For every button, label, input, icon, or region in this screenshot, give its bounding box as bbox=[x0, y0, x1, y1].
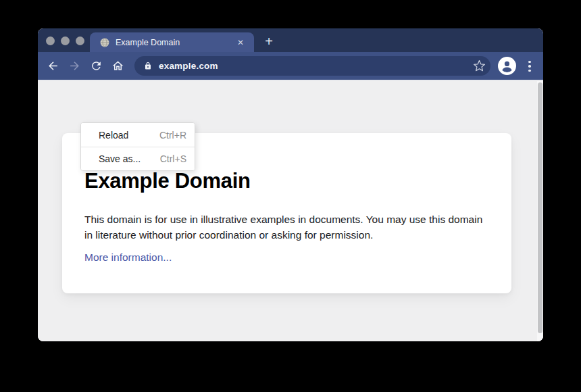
tab-strip: Example Domain ✕ + bbox=[38, 28, 543, 52]
bookmark-star-button[interactable] bbox=[472, 59, 486, 73]
menu-item-shortcut: Ctrl+S bbox=[160, 153, 186, 164]
menu-item-label: Reload bbox=[99, 130, 128, 141]
kebab-dot-icon bbox=[528, 70, 531, 72]
address-bar[interactable]: example.com bbox=[134, 56, 490, 76]
page-paragraph: This domain is for use in illustrative e… bbox=[84, 212, 484, 243]
context-menu: Reload Ctrl+R Save as... Ctrl+S bbox=[80, 122, 195, 171]
menu-item-shortcut: Ctrl+R bbox=[159, 130, 186, 141]
home-icon bbox=[111, 59, 124, 72]
page-scrollbar[interactable] bbox=[537, 81, 543, 341]
reload-icon bbox=[90, 59, 103, 72]
home-button[interactable] bbox=[107, 55, 128, 76]
tab-title: Example Domain bbox=[116, 38, 235, 47]
screenshot-background: Example Domain ✕ + bbox=[0, 0, 581, 392]
window-maximize-button[interactable] bbox=[76, 36, 84, 45]
window-minimize-button[interactable] bbox=[61, 36, 70, 45]
browser-window: Example Domain ✕ + bbox=[38, 28, 543, 341]
tab-close-icon[interactable]: ✕ bbox=[235, 37, 246, 48]
globe-favicon-icon bbox=[100, 38, 109, 47]
arrow-left-icon bbox=[47, 59, 59, 72]
kebab-dot-icon bbox=[528, 61, 531, 64]
arrow-right-icon bbox=[68, 59, 81, 72]
window-close-button[interactable] bbox=[46, 36, 55, 45]
forward-button[interactable] bbox=[64, 55, 85, 76]
avatar-icon bbox=[498, 57, 516, 75]
new-tab-button[interactable]: + bbox=[259, 33, 278, 51]
page-title: Example Domain bbox=[84, 168, 489, 194]
browser-menu-button[interactable] bbox=[522, 57, 538, 75]
url-text: example.com bbox=[159, 61, 218, 71]
context-menu-item-save-as[interactable]: Save as... Ctrl+S bbox=[81, 147, 195, 170]
tab-example-domain[interactable]: Example Domain ✕ bbox=[90, 32, 254, 52]
scrollbar-thumb[interactable] bbox=[538, 82, 542, 333]
menu-item-label: Save as... bbox=[99, 153, 141, 164]
lock-icon bbox=[144, 62, 152, 70]
back-button[interactable] bbox=[43, 55, 64, 76]
page-viewport: Example Domain This domain is for use in… bbox=[38, 80, 543, 341]
reload-button[interactable] bbox=[86, 55, 107, 76]
window-controls bbox=[46, 36, 84, 45]
context-menu-item-reload[interactable]: Reload Ctrl+R bbox=[81, 123, 195, 147]
more-information-link[interactable]: More information... bbox=[84, 251, 172, 264]
profile-avatar-button[interactable] bbox=[498, 57, 516, 75]
kebab-dot-icon bbox=[528, 65, 531, 68]
star-icon bbox=[473, 59, 486, 72]
